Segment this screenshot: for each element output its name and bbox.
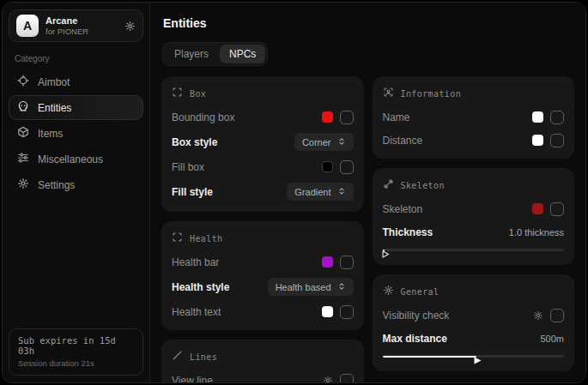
slider-handle[interactable] bbox=[474, 352, 482, 360]
brackets-icon bbox=[172, 86, 183, 101]
app-subtitle: for PIONER bbox=[45, 27, 88, 36]
gear-icon[interactable] bbox=[323, 376, 333, 384]
bone-icon bbox=[383, 177, 394, 193]
slider-track bbox=[383, 249, 565, 251]
fill-box-row: Fill box bbox=[172, 159, 354, 174]
visibility-check-row: Visibility check bbox=[383, 308, 565, 322]
name-label: Name bbox=[383, 111, 410, 123]
max-distance-value: 500m bbox=[540, 334, 564, 344]
app-header: A Arcane for PIONER bbox=[9, 9, 143, 42]
card-title: Information bbox=[401, 89, 462, 99]
brackets-icon bbox=[172, 231, 183, 246]
line-icon bbox=[172, 349, 183, 364]
app-logo: A bbox=[16, 15, 39, 37]
view-line-checkbox[interactable] bbox=[340, 374, 354, 384]
subscription-box: Sub expires in 15d 03h Session duration … bbox=[9, 328, 143, 376]
row-controls bbox=[532, 202, 564, 216]
bounding-box-checkbox[interactable] bbox=[340, 111, 354, 124]
thickness-slider[interactable] bbox=[383, 246, 565, 254]
sidebar-item-miscellaneous[interactable]: Miscellaneous bbox=[9, 147, 143, 171]
card-header: Box bbox=[172, 86, 354, 101]
unfold-icon bbox=[337, 187, 346, 197]
sidebar-nav: AimbotEntitiesItemsMiscellaneousSettings bbox=[9, 69, 143, 198]
slider-fill bbox=[383, 356, 477, 358]
left-column: BoxBounding boxBox styleCornerFill boxFi… bbox=[161, 76, 364, 383]
health-style-dropdown[interactable]: Health based bbox=[268, 278, 354, 296]
card-header: Information bbox=[383, 86, 565, 101]
health-bar-color-swatch[interactable] bbox=[322, 256, 333, 268]
tab-players[interactable]: Players bbox=[165, 45, 218, 63]
health-text-color-swatch[interactable] bbox=[322, 306, 333, 317]
sidebar-item-label: Entities bbox=[38, 102, 71, 114]
thickness-label: Thickness bbox=[383, 226, 433, 238]
bounding-box-color-swatch[interactable] bbox=[322, 111, 333, 123]
sidebar-item-items[interactable]: Items bbox=[9, 121, 143, 146]
category-label: Category bbox=[15, 54, 137, 63]
skeleton-row: Skeleton bbox=[383, 202, 565, 216]
gear-icon bbox=[383, 284, 394, 299]
sidebar-item-aimbot[interactable]: Aimbot bbox=[9, 69, 143, 94]
distance-checkbox[interactable] bbox=[550, 134, 564, 147]
sidebar-item-entities[interactable]: Entities bbox=[9, 95, 143, 120]
gear-icon[interactable] bbox=[533, 310, 543, 321]
skeleton-label: Skeleton bbox=[383, 203, 423, 215]
bounding-box-row: Bounding box bbox=[172, 110, 354, 124]
fill-box-checkbox[interactable] bbox=[340, 160, 354, 174]
name-checkbox[interactable] bbox=[550, 111, 564, 124]
dropdown-value: Health based bbox=[276, 282, 331, 292]
unfold-icon bbox=[337, 282, 346, 292]
card-general: GeneralVisibility checkMax distance500m bbox=[373, 274, 575, 371]
box-style-label: Box style bbox=[172, 136, 217, 148]
row-controls bbox=[532, 111, 564, 124]
box-style-row: Box styleCorner bbox=[172, 133, 354, 151]
health-text-label: Health text bbox=[172, 306, 221, 318]
visibility-check-checkbox[interactable] bbox=[550, 309, 564, 322]
distance-label: Distance bbox=[383, 135, 423, 147]
row-controls bbox=[322, 160, 354, 174]
card-title: Box bbox=[190, 89, 206, 99]
sliders-icon bbox=[17, 152, 29, 166]
skeleton-color-swatch[interactable] bbox=[532, 203, 543, 214]
tab-npcs[interactable]: NPCs bbox=[220, 45, 265, 63]
bounding-box-label: Bounding box bbox=[172, 111, 234, 123]
name-row: Name bbox=[383, 110, 565, 124]
sidebar-item-label: Items bbox=[38, 128, 63, 140]
skull-icon bbox=[17, 100, 29, 115]
card-columns: BoxBounding boxBox styleCornerFill boxFi… bbox=[161, 76, 574, 383]
page-title: Entities bbox=[163, 16, 574, 30]
session-duration-text: Session duration 21s bbox=[18, 358, 134, 368]
dropdown-value: Gradient bbox=[294, 187, 330, 197]
sidebar-item-settings[interactable]: Settings bbox=[9, 172, 143, 197]
row-controls bbox=[322, 305, 354, 319]
card-title: Lines bbox=[190, 352, 217, 362]
health-bar-checkbox[interactable] bbox=[340, 256, 354, 269]
card-health: HealthHealth barHealth styleHealth based… bbox=[161, 221, 364, 330]
gear-icon[interactable] bbox=[124, 21, 136, 32]
box-style-dropdown[interactable]: Corner bbox=[294, 133, 354, 151]
fill-box-color-swatch[interactable] bbox=[322, 161, 333, 172]
main-panel: Entities PlayersNPCs BoxBounding boxBox … bbox=[150, 3, 585, 382]
card-title: General bbox=[401, 287, 439, 297]
dropdown-value: Corner bbox=[302, 137, 331, 147]
fill-style-row: Fill styleGradient bbox=[172, 183, 354, 201]
visibility-check-label: Visibility check bbox=[383, 310, 450, 322]
health-text-checkbox[interactable] bbox=[340, 305, 354, 319]
row-controls bbox=[322, 256, 354, 269]
slider-handle[interactable] bbox=[382, 246, 390, 254]
crosshair-icon bbox=[17, 75, 29, 89]
distance-color-swatch[interactable] bbox=[532, 135, 543, 146]
max-distance-row: Max distance500m bbox=[383, 331, 565, 346]
skeleton-checkbox[interactable] bbox=[550, 202, 564, 216]
scan-icon bbox=[383, 86, 394, 101]
thickness-value: 1.0 thickness bbox=[509, 227, 564, 238]
fill-style-dropdown[interactable]: Gradient bbox=[287, 183, 353, 201]
card-header: Health bbox=[172, 231, 354, 246]
card-lines: LinesView lineLine to enemy bbox=[161, 340, 364, 383]
card-title: Skeleton bbox=[401, 181, 445, 190]
max-distance-label: Max distance bbox=[383, 333, 447, 345]
right-column: InformationNameDistanceSkeletonSkeletonT… bbox=[373, 76, 575, 371]
name-color-swatch[interactable] bbox=[532, 111, 543, 123]
card-header: Lines bbox=[172, 349, 354, 364]
max-distance-slider[interactable] bbox=[383, 352, 565, 360]
card-skeleton: SkeletonSkeletonThickness1.0 thickness bbox=[373, 168, 575, 265]
